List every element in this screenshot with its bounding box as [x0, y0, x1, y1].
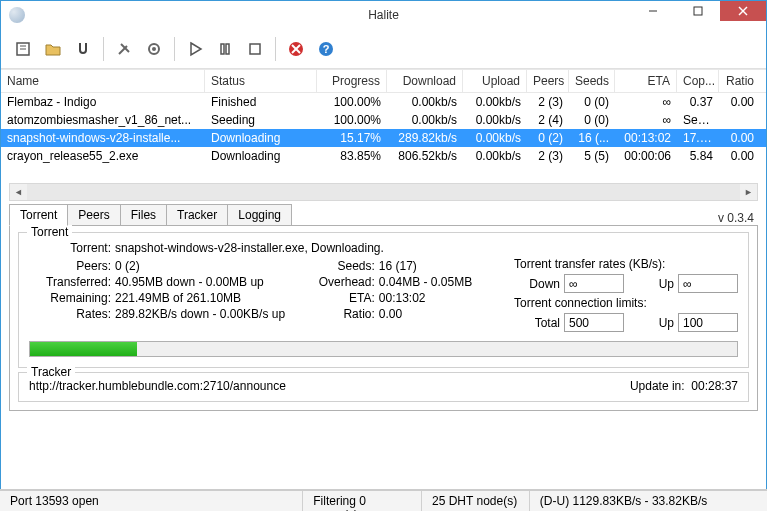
cell-seeds: 0 (0)	[569, 94, 615, 110]
remove-button[interactable]	[282, 35, 310, 63]
col-seeds[interactable]: Seeds	[569, 70, 615, 92]
scroll-track[interactable]	[27, 184, 740, 200]
col-ratio[interactable]: Ratio	[719, 70, 760, 92]
limits-title: Torrent connection limits:	[514, 296, 738, 310]
col-status[interactable]: Status	[205, 70, 317, 92]
cell-ratio: 0.00	[719, 148, 760, 164]
cell-eta: 00:13:02	[615, 130, 677, 146]
cell-status: Downloading	[205, 130, 317, 146]
col-eta[interactable]: ETA	[615, 70, 677, 92]
cell-download: 289.82kb/s	[387, 130, 463, 146]
cell-status: Finished	[205, 94, 317, 110]
detail-rates: 289.82KB/s down - 0.00KB/s up	[115, 307, 309, 321]
cell-cop: 0.37	[677, 94, 719, 110]
cell-cop: 17.15	[677, 130, 719, 146]
cell-ratio: 0.00	[719, 94, 760, 110]
col-name[interactable]: Name	[1, 70, 205, 92]
close-button[interactable]	[720, 1, 766, 21]
svg-rect-11	[221, 44, 224, 54]
cell-cop: 5.84	[677, 148, 719, 164]
table-header[interactable]: Name Status Progress Download Upload Pee…	[1, 69, 766, 93]
cell-download: 806.52kb/s	[387, 148, 463, 164]
tab-peers[interactable]: Peers	[67, 204, 120, 225]
scroll-left-icon[interactable]: ◄	[10, 184, 27, 200]
settings-button[interactable]	[140, 35, 168, 63]
detail-remaining: 221.49MB of 261.10MB	[115, 291, 309, 305]
cell-download: 0.00kb/s	[387, 112, 463, 128]
tracker-legend: Tracker	[27, 365, 75, 379]
pause-button[interactable]	[211, 35, 239, 63]
tab-tracker[interactable]: Tracker	[166, 204, 228, 225]
play-button[interactable]	[181, 35, 209, 63]
detail-eta: 00:13:02	[379, 291, 514, 305]
help-button[interactable]: ?	[312, 35, 340, 63]
detail-transferred: 40.95MB down - 0.00MB up	[115, 275, 309, 289]
detail-seeds: 16 (17)	[379, 259, 514, 273]
detail-panel: Torrent Torrent:snapshot-windows-v28-ins…	[9, 225, 758, 411]
table-row[interactable]: snapshot-windows-v28-installe...Download…	[1, 129, 766, 147]
titlebar: Halite	[1, 1, 766, 29]
cell-peers: 2 (3)	[527, 148, 569, 164]
cell-ratio: 0.00	[719, 130, 760, 146]
cell-status: Seeding	[205, 112, 317, 128]
cell-seeds: 16 (...	[569, 130, 615, 146]
horizontal-scrollbar[interactable]: ◄ ►	[9, 183, 758, 201]
table-body: Flembaz - IndigoFinished100.00%0.00kb/s0…	[1, 93, 766, 165]
maximize-button[interactable]	[675, 1, 720, 21]
open-torrent-button[interactable]	[39, 35, 67, 63]
torrent-table: Name Status Progress Download Upload Pee…	[1, 69, 766, 165]
cell-progress: 100.00%	[317, 112, 387, 128]
svg-text:?: ?	[323, 43, 330, 55]
statusbar: Port 13593 open Filtering 0 range(s) 25 …	[0, 489, 767, 511]
new-torrent-button[interactable]	[9, 35, 37, 63]
minimize-button[interactable]	[630, 1, 675, 21]
detail-tabs: TorrentPeersFilesTrackerLogging v 0.3.4	[1, 203, 766, 225]
table-row[interactable]: atomzombiesmasher_v1_86_net...Seeding100…	[1, 111, 766, 129]
cell-name: Flembaz - Indigo	[1, 94, 205, 110]
col-upload[interactable]: Upload	[463, 70, 527, 92]
cell-name: snapshot-windows-v28-installe...	[1, 130, 205, 146]
cell-name: atomzombiesmasher_v1_86_net...	[1, 112, 205, 128]
col-peers[interactable]: Peers	[527, 70, 569, 92]
cell-eta: ∞	[615, 112, 677, 128]
cell-status: Downloading	[205, 148, 317, 164]
stop-button[interactable]	[241, 35, 269, 63]
col-progress[interactable]: Progress	[317, 70, 387, 92]
cell-ratio	[719, 119, 760, 121]
cell-progress: 15.17%	[317, 130, 387, 146]
detail-overhead: 0.04MB - 0.05MB	[379, 275, 514, 289]
tracker-url: http://tracker.humblebundle.com:2710/ann…	[29, 379, 630, 393]
col-download[interactable]: Download	[387, 70, 463, 92]
cell-download: 0.00kb/s	[387, 94, 463, 110]
cell-upload: 0.00kb/s	[463, 148, 527, 164]
tab-logging[interactable]: Logging	[227, 204, 292, 225]
cell-peers: 2 (3)	[527, 94, 569, 110]
table-row[interactable]: crayon_release55_2.exeDownloading83.85%8…	[1, 147, 766, 165]
toolbar: ?	[1, 29, 766, 69]
rates-title: Torrent transfer rates (KB/s):	[514, 257, 738, 271]
up-rate-input[interactable]	[678, 274, 738, 293]
up-limit-input[interactable]	[678, 313, 738, 332]
cell-name: crayon_release55_2.exe	[1, 148, 205, 164]
cell-peers: 2 (4)	[527, 112, 569, 128]
progress-bar	[29, 341, 738, 357]
col-cop[interactable]: Cop...	[677, 70, 719, 92]
svg-rect-13	[250, 44, 260, 54]
magnet-button[interactable]	[69, 35, 97, 63]
scroll-right-icon[interactable]: ►	[740, 184, 757, 200]
cell-peers: 0 (2)	[527, 130, 569, 146]
status-rate: (D-U) 1129.83KB/s - 33.82KB/s	[530, 491, 767, 511]
table-row[interactable]: Flembaz - IndigoFinished100.00%0.00kb/s0…	[1, 93, 766, 111]
status-dht: 25 DHT node(s)	[422, 491, 530, 511]
cell-cop: See...	[677, 112, 719, 128]
tab-files[interactable]: Files	[120, 204, 167, 225]
status-port: Port 13593 open	[0, 491, 303, 511]
progress-fill	[30, 342, 137, 356]
total-limit-input[interactable]	[564, 313, 624, 332]
down-rate-input[interactable]	[564, 274, 624, 293]
tools-button[interactable]	[110, 35, 138, 63]
cell-progress: 83.85%	[317, 148, 387, 164]
tab-torrent[interactable]: Torrent	[9, 204, 68, 226]
svg-rect-1	[694, 7, 702, 15]
tracker-fieldset: Tracker http://tracker.humblebundle.com:…	[18, 372, 749, 402]
